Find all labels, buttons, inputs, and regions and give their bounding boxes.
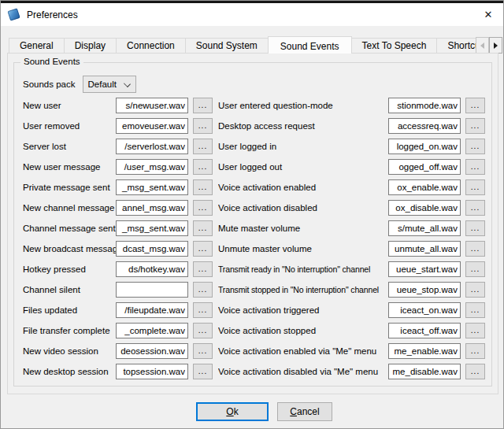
browse-button[interactable]: ... xyxy=(465,220,485,236)
sound-file-input[interactable] xyxy=(116,118,188,134)
event-label: File transfer complete xyxy=(23,326,116,335)
event-row-server-lost: Server lost ... xyxy=(23,139,213,154)
sound-file-input[interactable] xyxy=(116,98,188,113)
sound-file-input[interactable] xyxy=(388,200,461,216)
sound-file-input[interactable] xyxy=(388,343,461,359)
sound-file-input[interactable] xyxy=(116,282,188,298)
sound-file-input[interactable] xyxy=(116,302,188,318)
tab-sound-events[interactable]: Sound Events xyxy=(268,36,352,54)
sound-file-input[interactable] xyxy=(388,139,461,154)
sound-file-input[interactable] xyxy=(388,323,461,338)
event-row-private-message-sent: Private message sent ... xyxy=(23,179,213,195)
event-label: Mute master volume xyxy=(218,224,388,233)
browse-button[interactable]: ... xyxy=(465,200,485,216)
ok-button[interactable]: Ok xyxy=(196,402,269,421)
sound-file-input[interactable] xyxy=(388,159,461,175)
close-icon[interactable]: ✕ xyxy=(473,3,503,26)
browse-button[interactable]: ... xyxy=(193,159,213,175)
tab-text-to-speech[interactable]: Text To Speech xyxy=(351,38,438,54)
browse-button[interactable]: ... xyxy=(465,302,485,318)
dialog-buttons: Ok Cancel xyxy=(1,402,503,421)
sound-file-input[interactable] xyxy=(116,241,188,257)
browse-button[interactable]: ... xyxy=(193,220,213,236)
sound-file-input[interactable] xyxy=(388,261,461,277)
browse-button[interactable]: ... xyxy=(193,261,213,277)
sound-file-input[interactable] xyxy=(388,364,461,379)
tab-general[interactable]: General xyxy=(9,38,65,54)
sound-file-input[interactable] xyxy=(116,220,188,236)
event-row-user-logged-out: User logged out ... xyxy=(218,159,485,175)
sound-file-input[interactable] xyxy=(116,323,188,338)
event-label: User entered question-mode xyxy=(218,101,388,110)
event-label: User logged out xyxy=(218,162,388,172)
browse-button[interactable]: ... xyxy=(465,261,485,277)
event-label: Desktop access request xyxy=(218,121,388,131)
event-row-voiceact-disabled: Voice activation disabled ... xyxy=(218,200,485,216)
sound-file-input[interactable] xyxy=(388,241,461,257)
event-label: New video session xyxy=(23,346,116,356)
tab-sound-system[interactable]: Sound System xyxy=(185,38,269,54)
tab-scroll-left-button[interactable] xyxy=(476,37,489,54)
cancel-button[interactable]: Cancel xyxy=(277,402,332,421)
event-label: Hotkey pressed xyxy=(23,264,116,274)
browse-button[interactable]: ... xyxy=(193,179,213,195)
title-bar[interactable]: Preferences ✕ xyxy=(1,3,503,26)
browse-button[interactable]: ... xyxy=(465,241,485,257)
event-row-voiceact-stopped: Voice activation stopped ... xyxy=(218,323,485,338)
browse-button[interactable]: ... xyxy=(193,302,213,318)
browse-button[interactable]: ... xyxy=(465,364,485,379)
browse-button[interactable]: ... xyxy=(465,139,485,154)
event-row-voiceact-triggered: Voice activation triggered ... xyxy=(218,302,485,318)
sound-file-input[interactable] xyxy=(116,159,188,175)
tab-connection[interactable]: Connection xyxy=(116,38,186,54)
sound-file-input[interactable] xyxy=(116,179,188,195)
arrow-left-icon xyxy=(480,43,484,49)
sound-file-input[interactable] xyxy=(116,343,188,359)
sounds-pack-row: Sounds pack Default xyxy=(23,76,136,93)
tab-display[interactable]: Display xyxy=(64,38,117,54)
browse-button[interactable]: ... xyxy=(465,98,485,113)
browse-button[interactable]: ... xyxy=(193,200,213,216)
event-row-voiceact-enabled-me-menu: Voice activation enabled via "Me" menu .… xyxy=(218,343,485,359)
browse-button[interactable]: ... xyxy=(465,323,485,338)
browse-button[interactable]: ... xyxy=(193,282,213,298)
browse-button[interactable]: ... xyxy=(193,323,213,338)
browse-button[interactable]: ... xyxy=(193,364,213,379)
tab-bar: General Display Connection Sound System … xyxy=(9,35,476,54)
sound-file-input[interactable] xyxy=(388,282,461,298)
browse-button[interactable]: ... xyxy=(193,343,213,359)
event-label: Voice activation enabled via "Me" menu xyxy=(218,346,388,356)
browse-button[interactable]: ... xyxy=(465,343,485,359)
event-label: New channel message xyxy=(23,203,116,213)
sound-file-input[interactable] xyxy=(388,118,461,134)
event-label: Unmute master volume xyxy=(218,244,388,253)
event-label: Voice activation disabled xyxy=(218,203,388,213)
sound-file-input[interactable] xyxy=(388,179,461,195)
browse-button[interactable]: ... xyxy=(193,98,213,113)
sound-file-input[interactable] xyxy=(388,302,461,318)
event-label: Files updated xyxy=(23,305,116,315)
sounds-pack-select[interactable]: Default xyxy=(83,76,136,93)
event-label: Channel message sent xyxy=(23,224,116,233)
tab-shortcuts[interactable]: Shortcuts xyxy=(436,38,476,54)
tab-scroll-right-button[interactable] xyxy=(489,37,502,54)
sound-file-input[interactable] xyxy=(116,139,188,154)
sound-file-input[interactable] xyxy=(388,98,461,113)
event-label: Voice activation triggered xyxy=(218,305,388,315)
sound-file-input[interactable] xyxy=(388,220,461,236)
event-label: Channel silent xyxy=(23,285,116,294)
event-row-hotkey-pressed: Hotkey pressed ... xyxy=(23,261,213,277)
sound-file-input[interactable] xyxy=(116,200,188,216)
browse-button[interactable]: ... xyxy=(465,118,485,134)
sound-file-input[interactable] xyxy=(116,261,188,277)
browse-button[interactable]: ... xyxy=(465,159,485,175)
browse-button[interactable]: ... xyxy=(465,282,485,298)
browse-button[interactable]: ... xyxy=(193,139,213,154)
sound-file-input[interactable] xyxy=(116,364,188,379)
browse-button[interactable]: ... xyxy=(193,241,213,257)
browse-button[interactable]: ... xyxy=(193,118,213,134)
event-label: New desktop session xyxy=(23,367,116,376)
event-row-unmute-master: Unmute master volume ... xyxy=(218,241,485,257)
event-row-file-transfer-complete: File transfer complete ... xyxy=(23,323,213,338)
browse-button[interactable]: ... xyxy=(465,179,485,195)
